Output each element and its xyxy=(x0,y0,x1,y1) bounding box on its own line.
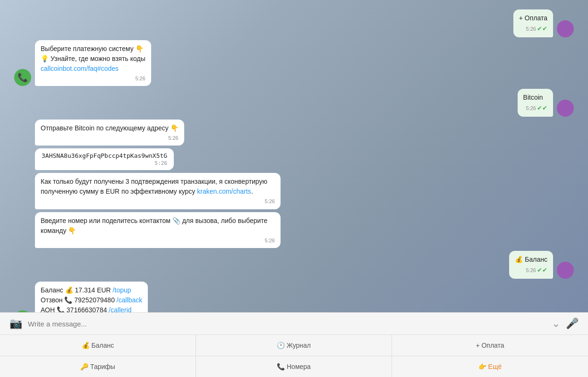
message-row: Отправьте Bitcoin по следующему адресу 👇… xyxy=(14,120,574,146)
message-row: 3AHSNA8u36xgFpFqPbccp4tpKas9wnX5tG 5:26 xyxy=(14,148,574,170)
message-time: 5:26 xyxy=(526,104,536,112)
message-row: Введите номер или поделитесь контактом 📎… xyxy=(14,212,574,248)
message-row: Как только будут получены 3 подтверждени… xyxy=(14,173,574,209)
message-time: 5:26 xyxy=(265,197,275,206)
tariffs-button[interactable]: 🔑 Тарифы xyxy=(0,356,196,377)
message-row: 📞 Баланс 💰 17.314 EUR /topup Отзвон 📞 79… xyxy=(14,282,574,313)
check-icon: ✔✔ xyxy=(537,266,547,275)
callerid-link[interactable]: /callerid xyxy=(109,306,131,313)
message-time: 5:26 xyxy=(135,75,145,83)
payment-button[interactable]: + Оплата xyxy=(392,335,588,356)
message-time: 5:26 xyxy=(168,134,178,142)
sent-bubble: + Оплата 5:26 ✔✔ xyxy=(513,9,553,37)
message-row: Bitcoin 5:26 ✔✔ xyxy=(14,89,574,117)
check-icon: ✔✔ xyxy=(537,103,547,113)
user-avatar xyxy=(557,262,574,279)
message-text: Bitcoin xyxy=(523,94,543,101)
message-time: 5:26 xyxy=(155,160,168,166)
message-line: 💡 Узнайте, где можно взять коды xyxy=(41,54,145,64)
journal-button[interactable]: 🕐 Журнал xyxy=(196,335,392,356)
message-text: + Оплата xyxy=(519,14,547,22)
message-line: Введите номер или поделитесь контактом 📎… xyxy=(41,216,275,236)
message-line: Отправьте Bitcoin по следующему адресу 👇 xyxy=(41,123,179,133)
message-link[interactable]: kraken.com/charts xyxy=(197,188,251,195)
address-bubble: 3AHSNA8u36xgFpFqPbccp4tpKas9wnX5tG 5:26 xyxy=(35,148,174,170)
message-row: 💰 Баланс 5:26 ✔✔ xyxy=(14,251,574,279)
message-text: 💰 Баланс xyxy=(515,256,547,263)
bottom-buttons: 💰 Баланс 🕐 Журнал + Оплата 🔑 Тарифы 📞 Но… xyxy=(0,334,588,377)
message-line: Выберите платежную систему 👇 xyxy=(41,44,145,54)
input-bar: 📷 ⌄ 🎤 xyxy=(0,312,588,334)
topup-link[interactable]: /topup xyxy=(113,286,131,294)
received-bubble: Баланс 💰 17.314 EUR /topup Отзвон 📞 7925… xyxy=(35,282,148,313)
numbers-button[interactable]: 📞 Номера xyxy=(196,356,392,377)
message-link[interactable]: callcoinbot.com/faq#codes xyxy=(41,65,119,72)
user-avatar xyxy=(557,100,574,117)
received-bubble: Введите номер или поделитесь контактом 📎… xyxy=(35,212,281,248)
sent-bubble: 💰 Баланс 5:26 ✔✔ xyxy=(509,251,553,279)
message-input[interactable] xyxy=(28,320,546,328)
more-button[interactable]: 👉 Ещё xyxy=(392,356,588,377)
user-avatar xyxy=(557,20,574,37)
message-line: Баланс 💰 17.314 EUR /topup xyxy=(41,285,142,295)
message-row: 📞 Выберите платежную систему 👇 💡 Узнайте… xyxy=(14,40,574,86)
message-line: Как только будут получены 3 подтверждени… xyxy=(41,177,275,197)
received-bubble: Выберите платежную систему 👇 💡 Узнайте, … xyxy=(35,40,151,86)
sent-bubble: Bitcoin 5:26 ✔✔ xyxy=(518,89,553,117)
message-row: + Оплата 5:26 ✔✔ xyxy=(14,9,574,37)
mic-icon[interactable]: 🎤 xyxy=(566,317,579,330)
bitcoin-address: 3AHSNA8u36xgFpFqPbccp4tpKas9wnX5tG xyxy=(42,152,167,159)
message-time: 5:26 xyxy=(265,237,275,245)
message-line: АОН 📞 37166630784 /callerid xyxy=(41,305,142,313)
check-icon: ✔✔ xyxy=(537,24,547,34)
message-line: Отзвон 📞 79252079480 /callback xyxy=(41,295,142,305)
bot-avatar: 📞 xyxy=(14,69,31,86)
chevron-down-icon[interactable]: ⌄ xyxy=(552,317,560,330)
chat-container: + Оплата 5:26 ✔✔ 📞 Выберите платежную си… xyxy=(0,0,588,312)
received-bubble: Как только будут получены 3 подтверждени… xyxy=(35,173,281,209)
received-bubble: Отправьте Bitcoin по следующему адресу 👇… xyxy=(35,120,184,146)
camera-icon[interactable]: 📷 xyxy=(9,317,22,330)
callback-link[interactable]: /callback xyxy=(117,296,142,304)
message-line: callcoinbot.com/faq#codes xyxy=(41,64,145,74)
message-time: 5:26 xyxy=(526,266,536,274)
message-time: 5:26 xyxy=(526,25,536,33)
balance-button[interactable]: 💰 Баланс xyxy=(0,335,196,356)
